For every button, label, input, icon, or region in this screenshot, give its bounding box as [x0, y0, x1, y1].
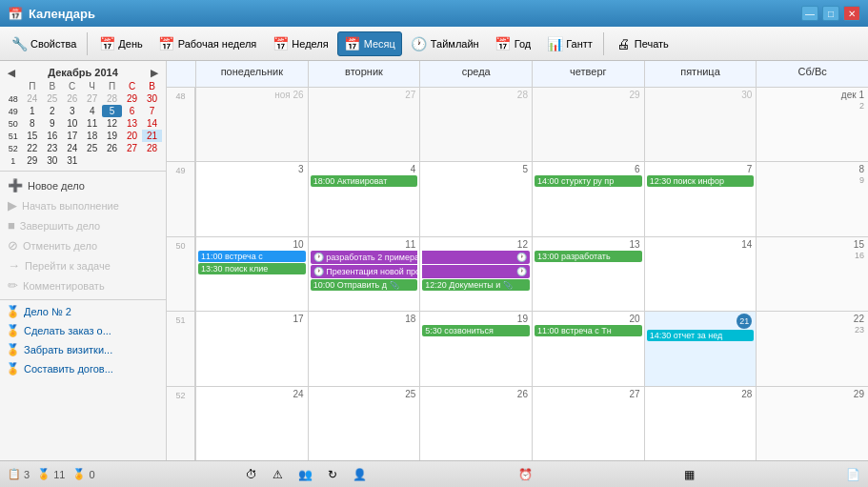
mini-day[interactable]: 28 [102, 92, 122, 105]
cal-day-20[interactable]: 20 11:00 встреча с Тн [532, 312, 644, 385]
mini-day[interactable]: 20 [122, 130, 142, 142]
cal-day-3[interactable]: 3 [195, 162, 308, 235]
mini-day[interactable] [102, 154, 122, 167]
event-span-1-start[interactable]: 🕐 разработать 2 примера дизайна [311, 251, 418, 264]
cal-day-19[interactable]: 19 5:30 созвониться [419, 312, 532, 385]
mini-day[interactable]: 26 [62, 92, 82, 105]
toolbar-week[interactable]: 📅 Неделя [265, 31, 334, 56]
mini-day[interactable]: 28 [142, 142, 162, 154]
event-4-1[interactable]: 18:00 Активироват [311, 175, 418, 187]
event-21-1[interactable]: 14:30 отчет за нед [647, 330, 755, 341]
toolbar-print[interactable]: 🖨 Печать [608, 31, 676, 56]
cal-day-28[interactable]: 28 [644, 387, 757, 460]
mini-day[interactable]: 10 [62, 117, 82, 130]
cal-day-22-23[interactable]: 22 23 [756, 312, 868, 385]
cal-day-24[interactable]: 24 [195, 387, 308, 460]
mini-day[interactable]: 4 [82, 105, 102, 117]
close-button[interactable]: ✕ [843, 6, 860, 21]
event-12-3[interactable]: 12:20 Документы и 📎 [422, 279, 530, 291]
cal-day-nov26[interactable]: ноя 26 [195, 88, 308, 161]
mini-day[interactable]: 9 [42, 117, 62, 130]
mini-day[interactable]: 21 [142, 130, 162, 142]
cal-day-7[interactable]: 7 12:30 поиск инфор [644, 162, 757, 235]
toolbar-gantt[interactable]: 📊 Гантт [539, 31, 599, 56]
mini-day[interactable]: 17 [62, 130, 82, 142]
cal-day-15-16[interactable]: 15 16 [756, 237, 868, 311]
cal-day-14[interactable]: 14 [644, 237, 757, 311]
mini-day[interactable]: 15 [22, 130, 42, 142]
mini-day[interactable]: 27 [82, 92, 102, 105]
mini-day[interactable]: 29 [22, 154, 42, 167]
cal-day-21[interactable]: 21 14:30 отчет за нед [644, 312, 757, 385]
cal-day-8-9[interactable]: 8 9 [756, 162, 868, 235]
mini-day[interactable] [122, 154, 142, 167]
task-item-3[interactable]: 🏅 Забрать визитки... [0, 340, 166, 359]
cal-day-26[interactable]: 26 [419, 387, 532, 460]
mini-day[interactable]: 27 [122, 142, 142, 154]
mini-day[interactable]: 18 [82, 130, 102, 142]
prev-month-button[interactable]: ◀ [8, 68, 15, 78]
toolbar-timeline[interactable]: 🕐 Таймлайн [404, 31, 486, 56]
cal-day-12[interactable]: 12 🕐 🕐 12:20 Документы и 📎 [419, 237, 532, 311]
mini-day[interactable]: 11 [82, 117, 102, 130]
mini-day[interactable]: 8 [22, 117, 42, 130]
mini-day[interactable]: 12 [102, 117, 122, 130]
cal-day-27[interactable]: 27 [532, 387, 644, 460]
mini-day[interactable]: 7 [142, 105, 162, 117]
cal-day-25[interactable]: 25 [308, 387, 420, 460]
task-item-4[interactable]: 🏅 Составить догов... [0, 359, 166, 378]
cal-day-10[interactable]: 10 11:00 встреча с 13:30 поиск клие [195, 237, 308, 311]
cal-day-17[interactable]: 17 [195, 312, 308, 385]
mini-day[interactable]: 3 [62, 105, 82, 117]
mini-day-today[interactable]: 5 [102, 105, 122, 117]
mini-day[interactable]: 19 [102, 130, 122, 142]
toolbar-year[interactable]: 📅 Год [488, 31, 538, 56]
event-13-1[interactable]: 13:00 разработать [535, 251, 642, 262]
cal-day-11[interactable]: 11 🕐 разработать 2 примера дизайна 🕐 Пре… [308, 237, 420, 311]
cal-day-nov30[interactable]: 30 [644, 88, 757, 161]
minimize-button[interactable]: — [801, 6, 818, 21]
toolbar-workweek[interactable]: 📅 Рабочая неделя [151, 31, 264, 56]
event-span-1-end[interactable]: 🕐 [422, 251, 530, 264]
mini-day[interactable]: 16 [42, 130, 62, 142]
mini-day[interactable]: 14 [142, 117, 162, 130]
event-6-1[interactable]: 14:00 стуркту ру пр [535, 175, 642, 187]
mini-day[interactable] [82, 154, 102, 167]
mini-day[interactable]: 22 [22, 142, 42, 154]
toolbar-props[interactable]: 🔧 Свойства [4, 31, 83, 56]
action-new[interactable]: ➕ Новое дело [6, 175, 160, 195]
cal-day-4[interactable]: 4 18:00 Активироват [308, 162, 420, 235]
cal-day-29-30[interactable]: 29 [756, 387, 868, 460]
mini-day[interactable]: 30 [42, 154, 62, 167]
event-11-3[interactable]: 10:00 Отправить д 📎 [311, 279, 418, 291]
mini-day[interactable]: 31 [62, 154, 82, 167]
mini-day[interactable]: 29 [122, 92, 142, 105]
event-10-2[interactable]: 13:30 поиск клие [198, 263, 306, 274]
mini-day[interactable]: 24 [62, 142, 82, 154]
cal-day-6[interactable]: 6 14:00 стуркту ру пр [532, 162, 644, 235]
event-span-2-start[interactable]: 🕐 Презентация новой продукции [311, 265, 418, 278]
mini-day[interactable]: 6 [122, 105, 142, 117]
next-month-button[interactable]: ▶ [151, 68, 158, 78]
cal-day-nov29[interactable]: 29 [532, 88, 644, 161]
mini-day[interactable]: 24 [22, 92, 42, 105]
event-span-2-end[interactable]: 🕐 [422, 265, 530, 278]
task-item-2[interactable]: 🏅 Сделать заказ о... [0, 321, 166, 340]
task-item-1[interactable]: 🏅 Дело № 2 [0, 302, 166, 321]
event-19-1[interactable]: 5:30 созвониться [422, 325, 530, 336]
mini-day[interactable]: 30 [142, 92, 162, 105]
maximize-button[interactable]: □ [822, 6, 839, 21]
mini-day[interactable]: 25 [82, 142, 102, 154]
event-20-1[interactable]: 11:00 встреча с Тн [535, 325, 642, 336]
toolbar-day[interactable]: 📅 День [91, 31, 149, 56]
mini-day[interactable]: 13 [122, 117, 142, 130]
mini-day[interactable]: 23 [42, 142, 62, 154]
mini-day[interactable]: 26 [102, 142, 122, 154]
cal-day-18[interactable]: 18 [308, 312, 420, 385]
cal-day-13[interactable]: 13 13:00 разработать [532, 237, 644, 311]
mini-day[interactable]: 1 [22, 105, 42, 117]
mini-day[interactable]: 2 [42, 105, 62, 117]
cal-day-5[interactable]: 5 [419, 162, 532, 235]
refresh-icon[interactable]: ↻ [328, 468, 337, 481]
cal-day-nov27[interactable]: 27 [308, 88, 420, 161]
